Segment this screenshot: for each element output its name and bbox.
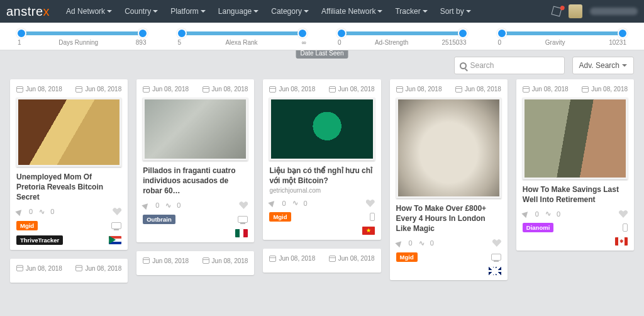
slider-min: 5 xyxy=(178,39,182,46)
strength-icon xyxy=(15,207,23,215)
slider-handle-min[interactable] xyxy=(497,28,507,38)
ad-title: Unemployed Mom Of Pretoria Reveals Bitco… xyxy=(16,172,121,203)
date-end: Jun 08, 2018 xyxy=(329,255,375,262)
nav-country[interactable]: Country xyxy=(119,3,163,20)
date-start: Jun 08, 2018 xyxy=(396,86,442,93)
slider-max: 893 xyxy=(136,39,147,46)
trend-value: 0 xyxy=(304,200,308,207)
slider-track[interactable] xyxy=(182,31,303,35)
slider-ad-strength: 0Ad-Strength2515033 xyxy=(338,31,467,46)
date-start: Jun 08, 2018 xyxy=(269,86,315,93)
ad-stats: 0∿0 xyxy=(269,199,374,207)
slider-alexa-rank: 5Alexa Rank∞ xyxy=(178,31,307,46)
slider-handle-max[interactable] xyxy=(138,28,148,38)
ad-thumbnail[interactable] xyxy=(396,98,501,198)
strength-icon xyxy=(521,210,530,218)
ad-card[interactable]: Jun 08, 2018Jun 08, 2018How To Make Savi… xyxy=(516,79,634,251)
favorite-icon[interactable] xyxy=(492,239,501,247)
date-end: Jun 08, 2018 xyxy=(455,86,501,93)
favorite-icon[interactable] xyxy=(113,208,121,215)
ad-stats: 0∿0 xyxy=(396,239,501,247)
slider-handle-min[interactable] xyxy=(16,28,26,38)
ad-thumbnail[interactable] xyxy=(269,98,374,161)
user-name[interactable] xyxy=(590,8,638,15)
search-icon xyxy=(460,62,467,69)
calendar-icon xyxy=(143,257,150,264)
caret-down-icon xyxy=(253,10,258,13)
nav-language[interactable]: Language xyxy=(213,3,264,20)
slider-gravity: 0Gravity10231 xyxy=(498,31,627,46)
slider-max: ∞ xyxy=(302,39,306,46)
nav-affiliate-network[interactable]: Affiliate Network xyxy=(316,3,387,20)
slider-label: Ad-Strength xyxy=(375,39,408,46)
nav-category[interactable]: Category xyxy=(266,3,314,20)
ad-card[interactable]: Jun 08, 2018Jun 08, 2018Pillados in frag… xyxy=(136,79,254,242)
slider-handle-max[interactable] xyxy=(458,28,468,38)
ad-card[interactable]: Jun 08, 2018Jun 08, 2018Liệu bạn có thể … xyxy=(263,79,380,240)
slider-handle-min[interactable] xyxy=(177,28,187,38)
strength-value: 0 xyxy=(155,201,159,209)
slider-min: 1 xyxy=(18,39,21,46)
logo[interactable]: anstrex xyxy=(6,4,50,19)
avatar[interactable] xyxy=(569,4,582,18)
ad-card[interactable]: Jun 08, 2018Jun 08, 2018 xyxy=(10,259,128,283)
search-placeholder: Search xyxy=(470,61,494,70)
calendar-icon xyxy=(143,86,150,93)
ad-card[interactable]: Jun 08, 2018Jun 08, 2018 xyxy=(263,249,380,273)
calendar-icon xyxy=(582,86,589,93)
nav-ad-network[interactable]: Ad Network xyxy=(61,3,117,20)
ad-thumbnail[interactable] xyxy=(523,98,628,179)
ad-card[interactable]: Jun 08, 2018Jun 08, 2018Unemployed Mom O… xyxy=(10,79,128,250)
ad-title: Liệu bạn có thể nghỉ hưu chỉ với một Bit… xyxy=(269,166,374,186)
topbar-right xyxy=(552,4,638,18)
search-row: Date Last Seen Search Adv. Search xyxy=(0,50,644,77)
caret-down-icon xyxy=(201,10,206,13)
caret-down-icon xyxy=(304,10,309,13)
strength-icon xyxy=(142,201,150,209)
caret-down-icon xyxy=(377,10,382,13)
favorite-icon[interactable] xyxy=(619,210,628,218)
strength-icon xyxy=(269,199,277,207)
calendar-icon xyxy=(329,86,336,93)
favorite-icon[interactable] xyxy=(239,201,248,209)
ad-stats: 0∿0 xyxy=(143,201,248,210)
ad-thumbnail[interactable] xyxy=(16,98,121,167)
slider-track[interactable] xyxy=(21,31,143,35)
slider-handle-min[interactable] xyxy=(336,28,347,38)
notification-dot xyxy=(560,5,565,11)
caret-down-icon xyxy=(466,10,471,13)
calendar-icon xyxy=(455,86,462,93)
slider-handle-max[interactable] xyxy=(297,28,308,38)
strength-value: 0 xyxy=(409,239,413,247)
nav-platform[interactable]: Platform xyxy=(165,3,211,20)
top-bar: anstrex Ad NetworkCountryPlatformLanguag… xyxy=(0,0,644,23)
calendar-icon xyxy=(75,265,82,271)
trend-value: 0 xyxy=(430,239,434,247)
country-flag xyxy=(362,227,375,235)
slider-track[interactable] xyxy=(502,31,623,35)
date-start: Jun 08, 2018 xyxy=(143,86,189,93)
date-end: Jun 08, 2018 xyxy=(203,86,248,93)
ad-card[interactable]: Jun 08, 2018Jun 08, 2018How To Make Over… xyxy=(390,79,508,280)
slider-handle-max[interactable] xyxy=(618,28,628,38)
date-end: Jun 08, 2018 xyxy=(329,86,375,93)
desktop-icon xyxy=(238,216,248,223)
ad-card[interactable]: Jun 08, 2018Jun 08, 2018 xyxy=(136,251,254,275)
slider-min: 0 xyxy=(338,39,341,46)
trend-value: 0 xyxy=(177,201,180,209)
ad-thumbnail[interactable] xyxy=(143,98,248,161)
search-input[interactable]: Search xyxy=(454,57,565,74)
notifications-icon[interactable] xyxy=(551,6,562,16)
favorite-icon[interactable] xyxy=(366,200,375,207)
trend-value: 0 xyxy=(557,210,560,218)
advanced-search-button[interactable]: Adv. Search xyxy=(572,57,634,74)
nav-tracker[interactable]: Tracker xyxy=(390,3,432,20)
nav-sort-by[interactable]: Sort by xyxy=(435,3,476,20)
ad-title: How To Make Over £800+ Every 4 Hours In … xyxy=(396,203,501,234)
slider-max: 2515033 xyxy=(442,39,467,46)
slider-track[interactable] xyxy=(341,31,463,35)
caret-down-icon xyxy=(153,10,158,13)
trend-icon: ∿ xyxy=(39,208,44,216)
desktop-icon xyxy=(491,254,501,261)
ad-title: Pillados in fraganti cuatro individuos a… xyxy=(143,166,248,196)
